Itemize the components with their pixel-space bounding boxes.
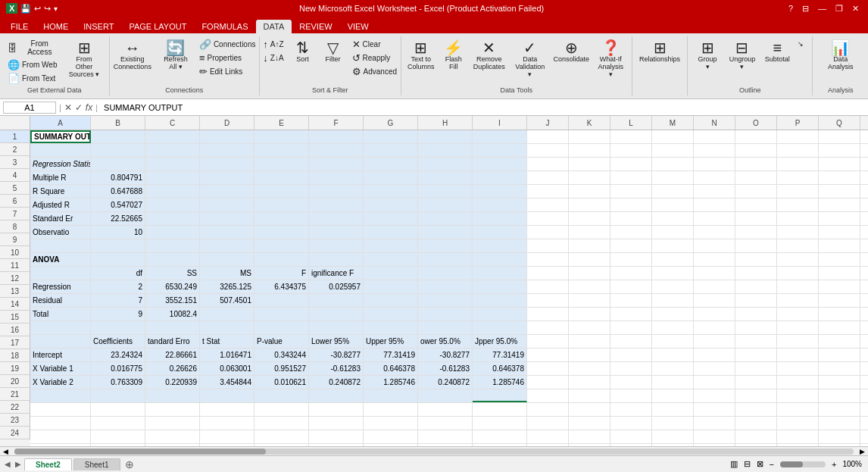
- cell-O1[interactable]: [735, 130, 777, 143]
- cell-Q14[interactable]: [819, 308, 860, 320]
- cell-L21[interactable]: [610, 403, 652, 416]
- cell-J15[interactable]: [527, 321, 569, 334]
- tab-home[interactable]: HOME: [36, 20, 76, 33]
- cell-E19[interactable]: 0.010621: [254, 376, 309, 389]
- cell-E4[interactable]: [254, 171, 309, 184]
- cell-K22[interactable]: [569, 417, 610, 430]
- close-icon[interactable]: ✕: [849, 4, 862, 14]
- cell-D14[interactable]: [200, 308, 254, 320]
- cell-O9[interactable]: [735, 239, 777, 252]
- cell-P6[interactable]: [777, 198, 819, 211]
- col-header-E[interactable]: E: [254, 116, 309, 130]
- row-num-21[interactable]: 21: [0, 388, 30, 401]
- cell-C14[interactable]: 10082.4: [145, 308, 200, 320]
- cell-N10[interactable]: [694, 253, 735, 266]
- cell-B21[interactable]: [91, 403, 145, 416]
- cell-E15[interactable]: [254, 321, 309, 334]
- col-header-A[interactable]: A: [30, 116, 91, 130]
- cell-Q16[interactable]: [819, 335, 860, 348]
- row-num-8[interactable]: 8: [0, 220, 30, 233]
- sort-az-button[interactable]: ↑ A↑Z: [260, 38, 286, 51]
- cell-J14[interactable]: [527, 308, 569, 320]
- cell-P23[interactable]: [777, 430, 819, 443]
- cell-M3[interactable]: [652, 158, 694, 170]
- row-num-9[interactable]: 9: [0, 233, 30, 246]
- cell-G23[interactable]: [364, 430, 418, 443]
- cell-I18[interactable]: 0.646378: [473, 362, 527, 375]
- cell-C18[interactable]: 0.26626: [145, 362, 200, 375]
- cell-R3[interactable]: [860, 158, 868, 170]
- cell-D4[interactable]: [200, 171, 254, 184]
- col-header-L[interactable]: L: [610, 116, 652, 130]
- cell-Q3[interactable]: [819, 158, 860, 170]
- row-num-1[interactable]: 1: [0, 130, 30, 143]
- cell-O12[interactable]: [735, 280, 777, 293]
- relationships-button[interactable]: ⊞ Relationships: [635, 38, 684, 65]
- row-num-4[interactable]: 4: [0, 169, 30, 182]
- cell-E1[interactable]: [254, 130, 309, 143]
- cell-K15[interactable]: [569, 321, 610, 334]
- cell-O7[interactable]: [735, 212, 777, 225]
- add-sheet-button[interactable]: ⊕: [122, 458, 137, 470]
- cell-K10[interactable]: [569, 253, 610, 266]
- cell-R22[interactable]: [860, 417, 868, 430]
- cell-P12[interactable]: [777, 280, 819, 293]
- cell-G1[interactable]: [364, 130, 418, 143]
- col-header-M[interactable]: M: [652, 116, 694, 130]
- cell-B19[interactable]: 0.763309: [91, 376, 145, 389]
- cell-Q17[interactable]: [819, 349, 860, 361]
- maximize-icon[interactable]: ❐: [832, 4, 846, 14]
- cell-J1[interactable]: [527, 130, 569, 143]
- cell-D20[interactable]: [200, 389, 254, 402]
- cell-G7[interactable]: [364, 212, 418, 225]
- cell-I3[interactable]: [473, 158, 527, 170]
- cell-C1[interactable]: [145, 130, 200, 143]
- row-num-13[interactable]: 13: [0, 285, 30, 298]
- cell-R11[interactable]: [860, 267, 868, 280]
- sheet-tab-sheet2[interactable]: Sheet2: [24, 458, 72, 470]
- cell-E20[interactable]: [254, 389, 309, 402]
- cell-C11[interactable]: SS: [145, 267, 200, 280]
- cell-G10[interactable]: [364, 253, 418, 266]
- cell-A13[interactable]: Residual: [30, 294, 91, 307]
- cell-C17[interactable]: 22.86661: [145, 349, 200, 361]
- cell-M10[interactable]: [652, 253, 694, 266]
- cell-J17[interactable]: [527, 349, 569, 361]
- col-header-I[interactable]: I: [473, 116, 527, 130]
- cell-P13[interactable]: [777, 294, 819, 307]
- cell-R6[interactable]: [860, 198, 868, 211]
- cell-F6[interactable]: [309, 198, 364, 211]
- from-web-button[interactable]: 🌐 From Web: [5, 58, 63, 71]
- help-icon[interactable]: ?: [785, 4, 796, 13]
- cell-A5[interactable]: R Square: [30, 185, 91, 198]
- cell-P21[interactable]: [777, 403, 819, 416]
- col-header-H[interactable]: H: [418, 116, 473, 130]
- cell-O5[interactable]: [735, 185, 777, 198]
- row-num-20[interactable]: 20: [0, 375, 30, 388]
- cell-L13[interactable]: [610, 294, 652, 307]
- cell-I15[interactable]: [473, 321, 527, 334]
- cell-D9[interactable]: [200, 239, 254, 252]
- cell-F16[interactable]: Lower 95%: [309, 335, 364, 348]
- col-header-P[interactable]: P: [777, 116, 819, 130]
- cell-J5[interactable]: [527, 185, 569, 198]
- cell-H22[interactable]: [418, 417, 473, 430]
- cell-C16[interactable]: tandard Erro: [145, 335, 200, 348]
- cell-Q1[interactable]: [819, 130, 860, 143]
- advanced-button[interactable]: ⚙ Advanced: [349, 65, 400, 78]
- horizontal-scrollbar[interactable]: ◀ ▶: [0, 446, 868, 455]
- row-num-10[interactable]: 10: [0, 246, 30, 259]
- cell-N13[interactable]: [694, 294, 735, 307]
- cell-F17[interactable]: -30.8277: [309, 349, 364, 361]
- cell-N17[interactable]: [694, 349, 735, 361]
- cell-A15[interactable]: [30, 321, 91, 334]
- cell-A22[interactable]: [30, 417, 91, 430]
- cell-J22[interactable]: [527, 417, 569, 430]
- filter-button[interactable]: ▽ Filter: [319, 38, 348, 65]
- row-num-19[interactable]: 19: [0, 362, 30, 375]
- cell-P8[interactable]: [777, 226, 819, 239]
- cell-L16[interactable]: [610, 335, 652, 348]
- cell-N8[interactable]: [694, 226, 735, 239]
- cell-O20[interactable]: [735, 389, 777, 402]
- cell-H5[interactable]: [418, 185, 473, 198]
